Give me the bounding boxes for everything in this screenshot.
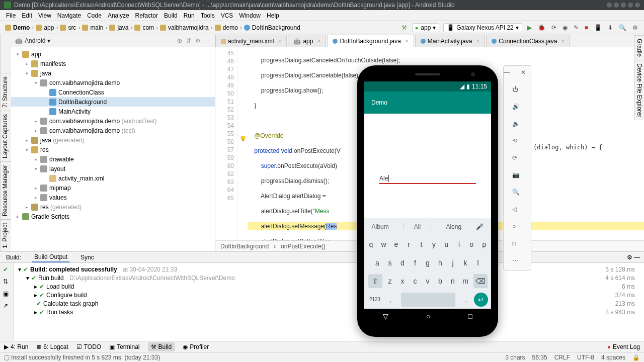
rotate-left-icon[interactable]: ⟲: [512, 137, 522, 147]
sdk-icon[interactable]: ⬇: [605, 24, 616, 31]
back-btn-icon[interactable]: ◁: [512, 206, 522, 216]
zoom-icon[interactable]: 🔍: [512, 189, 522, 199]
crumb-0[interactable]: Demo: [3, 24, 32, 31]
debug-icon[interactable]: 🐞: [535, 24, 548, 31]
recent-icon: □: [468, 312, 472, 320]
tree-selected[interactable]: DoItInBackground: [11, 97, 215, 107]
rotate-right-icon[interactable]: ⟳: [512, 154, 522, 164]
crumb-5[interactable]: com: [132, 24, 156, 31]
space-key[interactable]: [401, 293, 455, 307]
right-tool-tabs[interactable]: GradleDevice File Explorer: [634, 35, 644, 120]
project-view-selector[interactable]: Android: [25, 37, 45, 44]
build-output-tab[interactable]: Build Output: [32, 252, 69, 262]
tab-mainactivity[interactable]: MainActivity.java×: [415, 35, 486, 47]
run-icon[interactable]: ▶: [524, 24, 535, 31]
build-gear-icon[interactable]: ⚙ —: [627, 254, 640, 261]
logcat-tool[interactable]: ≣ 6: Logcat: [36, 343, 68, 350]
volume-up-icon[interactable]: 🔊: [512, 103, 522, 113]
run-config-selector[interactable]: ▸app▾: [412, 23, 439, 32]
line-gutter: 45464748495051525354555657596062636465: [215, 47, 237, 240]
window-titlebar: Demo [D:\Applications\Extras\Android\Con…: [0, 0, 644, 10]
crumb-2[interactable]: src: [58, 24, 78, 31]
crumb-6[interactable]: vaibhavmojidra: [158, 24, 211, 31]
close-icon[interactable]: ✕: [521, 69, 531, 79]
menu-build[interactable]: Build: [161, 12, 181, 19]
build-side-tools[interactable]: ✔⇅▣↗: [0, 263, 14, 352]
menu-edit[interactable]: Edit: [19, 12, 35, 19]
build-tool[interactable]: ⚒ Build: [148, 342, 175, 351]
enter-key[interactable]: ↵: [474, 293, 488, 307]
editor-tabs: activity_main.xml× 🤖app× DoItInBackgroun…: [215, 34, 644, 47]
menu-refactor[interactable]: Refactor: [132, 12, 161, 19]
tab-app[interactable]: 🤖app×: [288, 35, 326, 47]
hide-icon[interactable]: —: [205, 37, 211, 44]
android-navbar[interactable]: ▽○□: [364, 309, 491, 324]
avd-icon[interactable]: 📱: [591, 24, 605, 31]
svg-rect-1: [242, 140, 244, 141]
search-icon[interactable]: 🔍: [616, 24, 629, 31]
crumb-3[interactable]: main: [80, 24, 105, 31]
window-title: Demo [D:\Applications\Extras\Android\Con…: [14, 0, 455, 10]
menubar: File Edit View Navigate Code Analyze Ref…: [0, 10, 644, 21]
menu-run[interactable]: Run: [181, 12, 198, 19]
backspace-key[interactable]: ⌫: [473, 274, 488, 288]
menu-code[interactable]: Code: [84, 12, 105, 19]
menu-file[interactable]: File: [3, 12, 19, 19]
crumb-8[interactable]: DoItInBackground: [242, 24, 302, 31]
emulator-controls: —✕ ⏻ 🔊 🔉 ⟲ ⟳ 📷 🔍 ◁ ○ □ ⋯: [503, 65, 531, 270]
crumb-1[interactable]: app: [34, 24, 56, 31]
menu-help[interactable]: Help: [264, 12, 282, 19]
terminal-tool[interactable]: ▣ Terminal: [109, 343, 139, 350]
menu-navigate[interactable]: Navigate: [54, 12, 84, 19]
menu-window[interactable]: Window: [236, 12, 264, 19]
minimize-icon[interactable]: —: [504, 69, 514, 79]
overview-btn-icon[interactable]: □: [512, 240, 522, 250]
text-input[interactable]: Ale: [379, 174, 476, 184]
tab-activity-main[interactable]: activity_main.xml×: [215, 35, 287, 47]
intention-bulb-icon[interactable]: [239, 135, 247, 142]
device-selector[interactable]: 📱Galaxy Nexus API 22▾: [443, 23, 522, 32]
more-icon[interactable]: ⋯: [512, 257, 522, 267]
project-pane: 🤖 Android▾ ⊕ ⇵ ⚙ — ▾app ▸manifests ▾java…: [11, 34, 215, 251]
project-tree[interactable]: ▾app ▸manifests ▾java ▾com.vaibhavmojidr…: [11, 47, 215, 251]
left-tool-tabs[interactable]: 1: ProjectResource ManagerLayout Capture…: [0, 34, 11, 251]
crumb-7[interactable]: demo: [213, 24, 240, 31]
volume-down-icon[interactable]: 🔉: [512, 120, 522, 130]
menu-view[interactable]: View: [35, 12, 54, 19]
sync-tab[interactable]: Sync: [78, 253, 96, 262]
power-icon[interactable]: ⏻: [512, 86, 522, 96]
target-icon[interactable]: ⊕: [177, 37, 182, 44]
build-tree[interactable]: ▾✔Build: completed successfully at 30-04…: [14, 263, 644, 352]
back-icon: ▽: [383, 312, 388, 320]
home-icon: ○: [426, 312, 430, 320]
shift-key[interactable]: ⇧: [368, 274, 382, 288]
profile-icon[interactable]: ◉: [559, 24, 571, 31]
android-icon: 🤖: [15, 37, 23, 44]
menu-analyze[interactable]: Analyze: [105, 12, 132, 19]
emulator-screen[interactable]: ◢▮11:15 Demo Ale AlbumAllAlong🎤 qwertyui…: [364, 81, 491, 324]
run-tool[interactable]: ▶ 4: Run: [4, 343, 28, 350]
todo-tool[interactable]: ☑ TODO: [76, 343, 101, 350]
svg-point-0: [241, 136, 246, 140]
gear-icon[interactable]: ⚙: [195, 37, 201, 44]
menu-vcs[interactable]: VCS: [218, 12, 236, 19]
home-btn-icon[interactable]: ○: [512, 223, 522, 233]
attach-icon[interactable]: ✎: [571, 24, 582, 31]
hammer-icon[interactable]: ⚒: [398, 24, 410, 31]
mic-icon[interactable]: 🎤: [476, 223, 484, 230]
menu-tools[interactable]: Tools: [198, 12, 218, 19]
profiler-tool[interactable]: ◉ Profiler: [183, 343, 209, 350]
project-header: 🤖 Android▾ ⊕ ⇵ ⚙ —: [11, 34, 215, 47]
soft-keyboard[interactable]: AlbumAllAlong🎤 qwertyuiop asdfghjkl ⇧zxc…: [364, 218, 491, 309]
stop-icon[interactable]: ■: [582, 24, 591, 31]
tab-connectionclass[interactable]: ConnectionClass.java×: [486, 35, 570, 47]
crumb-4[interactable]: java: [107, 24, 130, 31]
coverage-icon[interactable]: ⟳: [548, 24, 559, 31]
event-log[interactable]: ● Event Log: [607, 343, 640, 350]
tab-doitinbackground[interactable]: DoItInBackground.java×: [327, 35, 414, 47]
camera-icon[interactable]: 📷: [512, 171, 522, 182]
settings-icon[interactable]: ⚙: [629, 24, 641, 31]
lock-icon[interactable]: 🔒: [632, 354, 640, 361]
window-controls[interactable]: [607, 3, 640, 8]
collapse-icon[interactable]: ⇵: [186, 37, 191, 44]
